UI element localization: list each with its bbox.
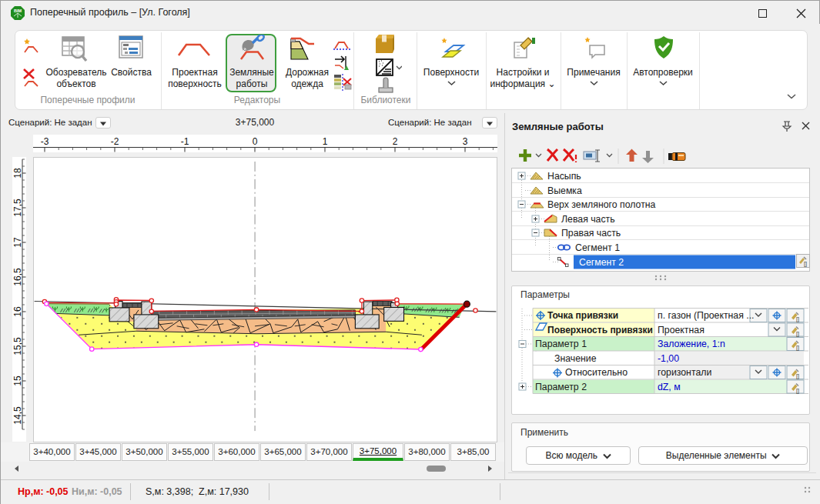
svg-text:16,5: 16,5 [12, 268, 23, 286]
svg-text:15,5: 15,5 [12, 337, 23, 355]
svg-text:Насыпь: Насыпь [547, 171, 581, 182]
svg-text:Правая часть: Правая часть [561, 228, 621, 239]
svg-text:-3: -3 [41, 136, 49, 147]
svg-text:[]: [] [796, 373, 799, 379]
svg-text:15: 15 [12, 375, 23, 386]
svg-text:Параметр 2: Параметр 2 [535, 382, 587, 392]
svg-text:Выемка: Выемка [547, 185, 582, 196]
svg-text:[]: [] [796, 316, 799, 322]
svg-text:17,5: 17,5 [12, 199, 23, 217]
svg-text:16: 16 [12, 306, 23, 317]
svg-text:[]: [] [804, 261, 807, 267]
svg-text:Верх земляного полотна: Верх земляного полотна [547, 199, 656, 210]
svg-text:Параметр 1: Параметр 1 [535, 339, 587, 349]
svg-text:Заложение, 1:n: Заложение, 1:n [658, 339, 725, 349]
svg-text:горизонтали: горизонтали [658, 367, 711, 378]
svg-text:Левая часть: Левая часть [561, 214, 615, 225]
svg-text:Сегмент 2: Сегмент 2 [579, 257, 624, 268]
svg-text:Относительно: Относительно [565, 367, 628, 378]
svg-text:2: 2 [393, 136, 398, 147]
svg-text:-1,00: -1,00 [658, 353, 679, 364]
svg-text:BIM: BIM [14, 8, 22, 13]
svg-text:Точка привязки: Точка привязки [547, 310, 618, 321]
svg-text:Поверхность привязки: Поверхность привязки [547, 325, 653, 335]
svg-text:0: 0 [253, 136, 258, 147]
svg-text:14,5: 14,5 [12, 406, 23, 425]
svg-text:18: 18 [12, 168, 23, 179]
svg-text:3: 3 [463, 136, 468, 147]
svg-text:Сегмент 1: Сегмент 1 [575, 242, 620, 253]
svg-text:-2: -2 [111, 136, 119, 147]
svg-text:п. газон (Проектная ...: п. газон (Проектная ... [658, 310, 755, 321]
svg-text:Проектная: Проектная [658, 325, 705, 335]
svg-text:[]: [] [796, 388, 799, 394]
svg-text:[]: [] [796, 345, 799, 351]
svg-text:Значение: Значение [554, 353, 597, 364]
svg-text:dZ, м: dZ, м [658, 382, 681, 392]
svg-text:17: 17 [12, 237, 23, 248]
svg-text:-1: -1 [181, 136, 189, 147]
svg-text:1: 1 [323, 136, 328, 147]
svg-text:[]: [] [796, 331, 799, 337]
